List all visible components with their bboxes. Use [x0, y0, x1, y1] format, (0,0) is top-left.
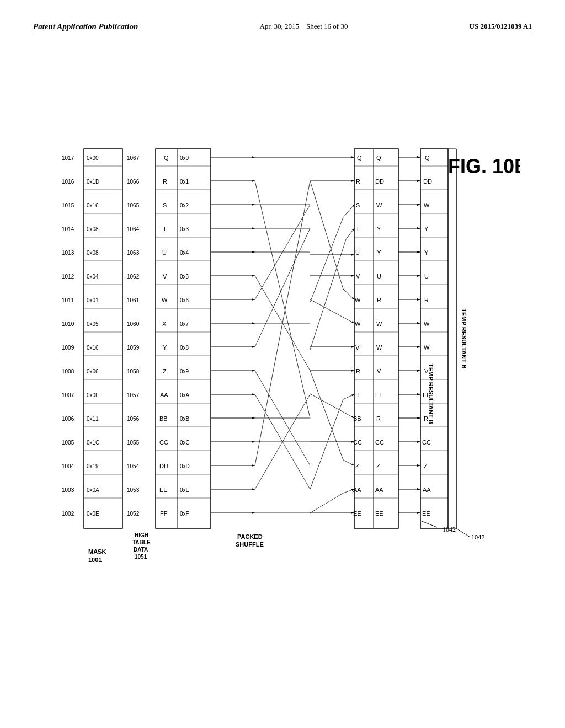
svg-text:1001: 1001: [88, 556, 102, 563]
svg-text:0x2: 0x2: [180, 202, 189, 208]
svg-text:1012: 1012: [62, 274, 74, 280]
svg-text:R: R: [424, 415, 428, 422]
svg-text:Y: Y: [377, 226, 381, 232]
svg-text:1004: 1004: [62, 463, 74, 469]
svg-text:0x16: 0x16: [87, 345, 99, 351]
svg-line-195: [346, 228, 354, 239]
svg-text:SHUFFLE: SHUFFLE: [236, 541, 264, 548]
header: Patent Application Publication Apr. 30, …: [33, 22, 532, 35]
svg-text:1009: 1009: [62, 345, 74, 351]
svg-text:1062: 1062: [127, 274, 140, 280]
svg-text:Z: Z: [424, 463, 428, 469]
svg-text:0x08: 0x08: [87, 226, 99, 232]
svg-text:Q: Q: [425, 154, 430, 161]
svg-line-209: [310, 493, 343, 513]
svg-text:1060: 1060: [127, 321, 140, 327]
svg-text:1042: 1042: [471, 534, 484, 540]
svg-text:V: V: [377, 368, 381, 374]
svg-text:Y: Y: [424, 249, 429, 256]
svg-text:1005: 1005: [62, 440, 74, 446]
svg-text:0x19: 0x19: [87, 463, 99, 469]
svg-text:V: V: [424, 368, 429, 374]
svg-text:1065: 1065: [127, 202, 140, 208]
svg-text:U: U: [377, 273, 381, 280]
svg-text:EE: EE: [353, 510, 361, 517]
svg-text:1055: 1055: [127, 440, 140, 446]
svg-text:1016: 1016: [62, 179, 74, 185]
svg-text:W: W: [424, 202, 430, 208]
svg-text:AA: AA: [353, 486, 361, 493]
svg-text:0x1: 0x1: [180, 179, 189, 185]
svg-text:Y: Y: [377, 249, 381, 256]
svg-text:1042: 1042: [443, 526, 456, 533]
svg-text:1053: 1053: [127, 487, 140, 493]
svg-text:AA: AA: [160, 392, 168, 398]
svg-text:0x8: 0x8: [180, 345, 189, 351]
svg-line-193: [343, 205, 354, 217]
svg-text:0x11: 0x11: [87, 416, 99, 422]
svg-text:1064: 1064: [127, 226, 140, 232]
svg-line-220: [255, 228, 310, 347]
svg-text:EE: EE: [353, 392, 361, 398]
svg-text:0x00: 0x00: [87, 155, 99, 161]
svg-text:1008: 1008: [62, 368, 74, 374]
svg-text:U: U: [424, 273, 429, 280]
page: Patent Application Publication Apr. 30, …: [0, 0, 565, 728]
svg-text:1057: 1057: [127, 392, 140, 398]
svg-text:Q: Q: [376, 154, 381, 161]
svg-text:1011: 1011: [62, 297, 74, 303]
svg-line-203: [310, 399, 343, 489]
svg-text:1056: 1056: [127, 416, 140, 422]
svg-text:1051: 1051: [135, 554, 147, 560]
figure-label: FIG. 10B: [448, 155, 520, 178]
svg-text:1007: 1007: [62, 392, 74, 398]
svg-text:T: T: [163, 226, 167, 232]
header-patent-number: US 2015/0121039 A1: [470, 22, 532, 31]
diagram-area: FIG. 10B TEMP RESULTANT B 1042 1017 1016…: [33, 52, 532, 659]
svg-text:0xA: 0xA: [180, 392, 190, 398]
svg-text:W: W: [376, 202, 382, 208]
svg-text:0x0A: 0x0A: [87, 487, 99, 493]
svg-text:S: S: [356, 202, 360, 208]
svg-text:W: W: [162, 297, 168, 303]
svg-text:1014: 1014: [62, 226, 74, 232]
svg-line-210: [343, 489, 354, 493]
svg-line-204: [343, 394, 354, 399]
svg-text:TEMP RESULTANT B: TEMP RESULTANT B: [461, 308, 467, 368]
svg-text:EE: EE: [375, 510, 383, 517]
svg-text:R: R: [424, 297, 429, 303]
svg-text:S: S: [163, 202, 167, 208]
svg-text:0x06: 0x06: [87, 368, 99, 374]
svg-text:0xD: 0xD: [180, 463, 190, 469]
svg-line-213: [255, 181, 310, 418]
svg-text:W: W: [424, 344, 430, 351]
svg-text:0x16: 0x16: [87, 202, 99, 208]
svg-text:CC: CC: [422, 439, 431, 446]
svg-text:R: R: [376, 415, 381, 422]
svg-text:1058: 1058: [127, 368, 140, 374]
svg-text:Z: Z: [163, 368, 167, 374]
svg-text:0x5: 0x5: [180, 274, 189, 280]
svg-text:1002: 1002: [62, 511, 74, 517]
svg-text:HIGH: HIGH: [135, 532, 148, 538]
svg-text:V: V: [163, 273, 167, 280]
svg-text:CC: CC: [159, 439, 168, 446]
svg-text:EE: EE: [423, 392, 431, 398]
svg-text:R: R: [356, 178, 360, 185]
svg-text:Z: Z: [376, 463, 380, 469]
svg-text:0x3: 0x3: [180, 226, 189, 232]
svg-text:1003: 1003: [62, 487, 74, 493]
svg-text:T: T: [356, 226, 360, 232]
svg-text:0x01: 0x01: [87, 297, 99, 303]
svg-text:1067: 1067: [127, 155, 140, 161]
svg-text:1054: 1054: [127, 463, 140, 469]
svg-text:Q: Q: [164, 154, 169, 161]
svg-text:1066: 1066: [127, 179, 140, 185]
svg-text:0xF: 0xF: [180, 511, 189, 517]
header-center: Apr. 30, 2015 Sheet 16 of 30: [259, 22, 348, 31]
svg-line-280: [456, 528, 470, 537]
svg-text:U: U: [162, 249, 167, 256]
svg-line-2: [420, 521, 437, 527]
svg-text:Q: Q: [357, 154, 362, 161]
svg-text:DD: DD: [375, 178, 384, 185]
